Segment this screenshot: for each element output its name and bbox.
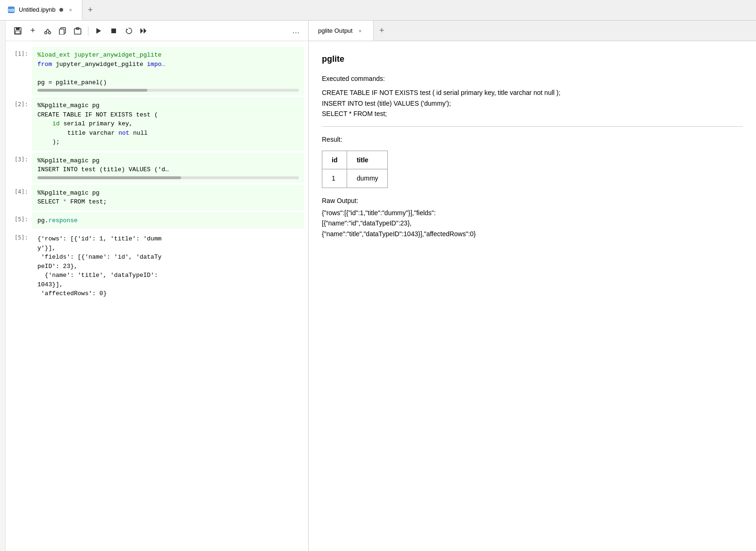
cell-4-line-1: %%pglite_magic pg [37, 188, 299, 198]
cell-3-line-1: %%pglite_magic pg [37, 156, 299, 166]
cell-2-content[interactable]: %%pglite_magic pg CREATE TABLE IF NOT EX… [32, 97, 305, 151]
cell-1-line-blank [37, 69, 299, 78]
svg-point-6 [49, 31, 51, 34]
commands-text: CREATE TABLE IF NOT EXISTS test ( id ser… [322, 87, 743, 119]
table-header-id: id [322, 151, 347, 169]
svg-marker-17 [144, 28, 146, 34]
stop-button[interactable] [107, 24, 120, 37]
pglite-output-tab[interactable]: pglite Output × [309, 21, 374, 41]
cell-5-output: [5]: {'rows': [{'id': 1, 'title': 'dumm … [6, 231, 308, 302]
svg-rect-10 [59, 29, 64, 35]
fast-forward-icon [140, 28, 147, 34]
cell-1: [1]: %load_ext jupyter_anywidget_pglite … [6, 47, 308, 95]
raw-output-text: {"rows":[{"id":1,"title":"dummy"}],"fiel… [322, 208, 743, 239]
svg-rect-14 [111, 29, 116, 33]
cell-1-line-1: %load_ext jupyter_anywidget_pglite [37, 51, 299, 60]
table-cell-id: 1 [322, 169, 347, 188]
cell-3-line-2: INSERT INTO test (title) VALUES ('d… [37, 165, 299, 174]
cell-4: [4]: %%pglite_magic pg SELECT * FROM tes… [6, 185, 308, 210]
cell-5-content[interactable]: pg.response [32, 212, 305, 229]
add-output-tab-button[interactable]: + [374, 21, 390, 41]
output-line-7: 'affectedRows': 0} [37, 289, 299, 298]
svg-line-8 [48, 29, 50, 32]
cell-5-input: [5]: pg.response [6, 212, 308, 229]
main-layout: + [0, 21, 756, 551]
plus-icon: + [30, 26, 36, 36]
result-table: id title 1 dummy [322, 151, 388, 188]
run-button[interactable] [92, 24, 105, 37]
cell-4-line-2: SELECT * FROM test; [37, 197, 299, 207]
cell-3: [3]: %%pglite_magic pg INSERT INTO test … [6, 152, 308, 183]
paste-icon [74, 27, 81, 35]
cell-5-output-number: [5]: [9, 231, 32, 302]
cell-2-line-3: id serial primary key, [37, 119, 299, 129]
output-line-2: y'}], [37, 244, 299, 253]
cell-3-scrollbar-thumb [37, 176, 181, 179]
run-icon [95, 28, 102, 34]
notebook-panel: + [6, 21, 309, 551]
close-tab-button[interactable]: × [67, 6, 74, 14]
output-tabs: pglite Output × + [309, 21, 756, 41]
svg-marker-13 [96, 28, 101, 34]
restart-icon [125, 27, 132, 35]
toolbar-divider [88, 26, 88, 36]
cells-container[interactable]: [1]: %load_ext jupyter_anywidget_pglite … [6, 41, 308, 551]
cell-2-line-2: CREATE TABLE IF NOT EXISTS test ( [37, 110, 299, 120]
table-header-row: id title [322, 151, 388, 169]
svg-line-7 [46, 29, 48, 32]
notebook-tabs-bar: NB Untitled.ipynb × + [0, 0, 756, 21]
left-edge [0, 21, 6, 551]
output-panel: pglite Output × + pglite Executed comman… [309, 21, 756, 551]
result-label: Result: [322, 134, 743, 145]
cell-5-line-1: pg.response [37, 216, 299, 225]
cell-2-line-4: title varchar not null [37, 129, 299, 138]
pglite-title: pglite [322, 52, 743, 66]
cell-1-line-2: from jupyter_anywidget_pglite impo… [37, 60, 299, 69]
output-line-6: 1043}], [37, 280, 299, 290]
svg-marker-15 [126, 29, 128, 30]
table-cell-title: dummy [347, 169, 388, 188]
output-line-4: peID': 23}, [37, 262, 299, 271]
divider [322, 126, 743, 127]
raw-output-label: Raw Output: [322, 196, 743, 206]
paste-button[interactable] [71, 24, 84, 37]
stop-icon [111, 28, 116, 34]
cell-3-content[interactable]: %%pglite_magic pg INSERT INTO test (titl… [32, 152, 305, 183]
cell-3-scrollbar[interactable] [37, 176, 299, 179]
cut-button[interactable] [41, 24, 54, 37]
fast-forward-button[interactable] [137, 24, 150, 37]
svg-rect-3 [16, 28, 20, 30]
svg-rect-4 [15, 31, 20, 34]
cell-1-line-3: pg = pglite_panel() [37, 78, 299, 87]
add-cell-button[interactable]: + [26, 24, 39, 37]
more-button[interactable]: … [290, 24, 303, 37]
notebook-tab[interactable]: NB Untitled.ipynb × [0, 0, 82, 20]
cell-1-scrollbar[interactable] [37, 89, 299, 92]
executed-label: Executed commands: [322, 73, 743, 84]
cell-2-line-1: %%pglite_magic pg [37, 101, 299, 110]
restart-button[interactable] [122, 24, 135, 37]
cell-5-output-content: {'rows': [{'id': 1, 'title': 'dumm y'}],… [32, 231, 305, 302]
copy-button[interactable] [56, 24, 69, 37]
svg-marker-16 [140, 28, 143, 34]
cell-1-scrollbar-thumb [37, 89, 147, 92]
cell-4-content[interactable]: %%pglite_magic pg SELECT * FROM test; [32, 185, 305, 210]
cell-1-number: [1]: [9, 47, 32, 95]
scissors-icon [44, 27, 51, 35]
toolbar: + [6, 21, 308, 41]
save-icon [14, 27, 22, 35]
add-tab-button[interactable]: + [82, 0, 99, 20]
cell-2: [2]: %%pglite_magic pg CREATE TABLE IF N… [6, 97, 308, 151]
svg-point-5 [45, 31, 47, 34]
close-output-tab-button[interactable]: × [356, 27, 364, 35]
ellipsis-icon: … [292, 27, 300, 35]
save-button[interactable] [11, 24, 24, 37]
cell-4-number: [4]: [9, 185, 32, 210]
output-content: pglite Executed commands: CREATE TABLE I… [309, 41, 756, 551]
cell-1-content[interactable]: %load_ext jupyter_anywidget_pglite from … [32, 47, 305, 95]
table-header-title: title [347, 151, 388, 169]
cell-5-number: [5]: [9, 212, 32, 229]
unsaved-dot [59, 8, 63, 12]
output-line-3: 'fields': [{'name': 'id', 'dataTy [37, 253, 299, 262]
pglite-output-tab-label: pglite Output [318, 27, 353, 34]
